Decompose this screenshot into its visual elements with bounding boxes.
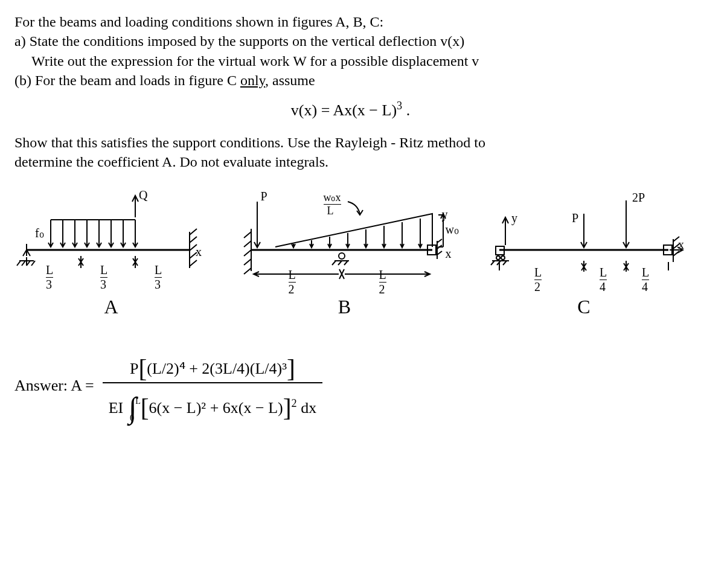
svg-line-37 [244,268,251,274]
fig-b-seg2: L2 [379,268,386,296]
vx-period: . [402,101,410,119]
fig-c-y-axis: y [511,211,517,225]
svg-line-4 [22,261,25,266]
svg-line-69 [491,261,495,265]
den-dx: dx [301,399,316,417]
part-a-line2: Write out the expression for the virtual… [14,51,687,71]
answer-fraction: P[(L/2)⁴ + 2(3L/4)(L/4)³] EI ∫L0 [6(x − … [103,348,322,423]
vx-exponent: 3 [397,100,402,112]
int-lower: 0 [130,413,134,423]
fig-c-x-axis: x [678,238,684,252]
figure-c: y P 2P x L2 L4 L4 C [481,190,687,318]
problem-statement: For the beams and loading conditions sho… [14,12,687,91]
svg-line-6 [31,261,35,266]
part-a-line1: a) State the conditions imposed by the s… [14,31,687,51]
intro-line: For the beams and loading conditions sho… [14,12,687,31]
fig-b-seg1: L2 [289,268,296,296]
svg-line-12 [190,260,197,266]
fig-a-f0-label: f₀ [35,226,44,240]
fig-a-seg1: L3 [46,263,53,292]
assume-suffix: , assume [265,72,315,88]
svg-line-8 [190,229,197,235]
den-inner: 6(x − L)² + 6x(x − L) [149,399,283,417]
svg-line-57 [332,261,336,265]
figure-c-label: C [481,296,687,318]
svg-point-67 [501,256,505,260]
num-body: (L/2)⁴ + 2(3L/4)(L/4)³ [147,360,287,377]
answer-numerator: P[(L/2)⁴ + 2(3L/4)(L/4)³] [124,348,301,382]
figure-b: P w₀xL w₀ x y L2 L2 B [233,190,456,318]
vx-base: v(x) = Ax(x − L) [291,101,397,119]
svg-line-42 [437,251,442,255]
svg-line-40 [437,239,442,243]
svg-line-35 [244,250,251,256]
fig-c-seg3: L4 [642,266,649,294]
svg-line-59 [344,261,348,265]
fig-a-x-axis: x [196,245,202,259]
trial-function-equation: v(x) = Ax(x − L)3 . [14,101,687,120]
fig-b-w0-label: w₀ [446,222,459,237]
fig-b-p-label: P [261,190,267,203]
fig-c-2p-label: 2P [632,191,645,205]
answer-label: Answer: A = [14,377,94,395]
svg-point-66 [496,256,500,260]
svg-line-36 [244,259,251,265]
figures-row: f₀ Q x L3 L3 L3 A [14,190,687,318]
only-word: only [240,72,265,88]
answer-block: Answer: A = P[(L/2)⁴ + 2(3L/4)(L/4)³] EI… [14,348,687,423]
svg-line-71 [503,261,507,265]
fig-b-wox-label: w₀xL [324,191,341,217]
instructions: Show that this satisfies the support con… [14,133,687,172]
svg-line-3 [17,261,21,266]
fig-a-seg3: L3 [155,263,162,292]
figure-a-label: A [14,296,208,318]
fig-a-seg2: L3 [100,263,107,292]
fig-a-q-label: Q [139,188,147,202]
svg-line-9 [190,237,197,243]
svg-line-58 [338,261,342,265]
figure-a: f₀ Q x L3 L3 L3 A [14,190,208,318]
svg-point-55 [339,253,345,259]
den-EI: EI [109,399,124,417]
answer-denominator: EI ∫L0 [6(x − L)² + 6x(x − L)]2 dx [103,383,322,423]
fig-c-seg1: L2 [534,266,542,294]
show-line2: determine the coefficient A. Do not eval… [14,152,687,171]
den-exp: 2 [292,397,297,409]
part-b-prefix: (b) For the beam and loads in figure C [14,72,240,88]
fig-c-p-label: P [572,211,578,225]
show-line1: Show that this satisfies the support con… [14,133,687,152]
part-b-line: (b) For the beam and loads in figure C o… [14,71,687,90]
fig-b-y-axis: y [442,208,448,222]
svg-line-33 [244,232,251,238]
fig-b-x-axis: x [446,247,452,261]
figure-b-label: B [233,296,456,318]
svg-line-34 [244,241,251,247]
num-P: P [130,360,138,377]
fig-c-seg2: L4 [600,266,607,294]
int-upper: L [135,396,141,406]
